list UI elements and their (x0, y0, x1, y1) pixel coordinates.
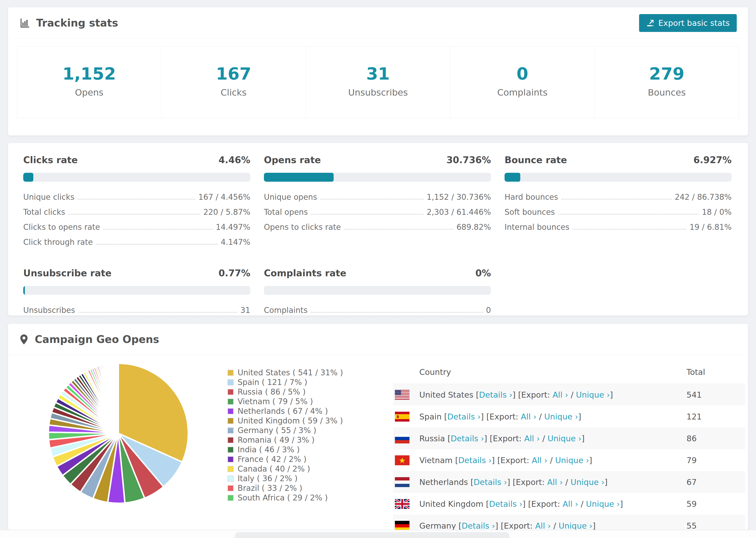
stat-label: Unsubscribes (306, 87, 450, 98)
export-all-link[interactable]: All › (563, 499, 578, 509)
legend-item: Russia ( 86 / 5% ) (228, 387, 382, 397)
dotted-leader (561, 199, 672, 199)
export-unique-link[interactable]: Unique › (548, 434, 581, 443)
details-link[interactable]: Details › (489, 499, 522, 509)
export-unique-link[interactable]: Unique › (576, 390, 610, 400)
legend-color-swatch (228, 476, 234, 482)
rates-grid: Clicks rate 4.46% Unique clicks 167 / 4.… (8, 143, 748, 315)
dotted-leader (558, 214, 698, 215)
legend-color-swatch (228, 495, 234, 501)
export-all-link[interactable]: All › (532, 456, 548, 465)
rate-title: Opens rate (264, 155, 321, 165)
export-all-link[interactable]: All › (547, 477, 563, 487)
geo-table-row: Netherlands [Details ›] [Export: All › /… (393, 471, 745, 493)
country-total: 79 (686, 456, 745, 465)
rate-title: Unsubscribe rate (23, 268, 112, 278)
legend-label: Germany ( 55 / 3% ) (238, 426, 316, 435)
rate-row-value: 1,152 / 30.736% (427, 192, 491, 202)
details-link[interactable]: Details › (458, 456, 492, 465)
legend-item: Italy ( 36 / 2% ) (228, 474, 382, 483)
rate-row-label: Internal bounces (505, 223, 569, 232)
export-unique-link[interactable]: Unique › (570, 477, 604, 487)
details-link[interactable]: Details › (473, 477, 507, 487)
legend-color-swatch (228, 456, 234, 462)
scroll-pill[interactable] (235, 532, 510, 538)
rate-stat-row: Total clicks 220 / 5.87% (23, 207, 250, 217)
rate-progress-fill (264, 173, 334, 182)
country-name: Spain (419, 412, 442, 421)
export-unique-link[interactable]: Unique › (559, 521, 592, 530)
rate-progress-fill (23, 173, 33, 182)
tracking-stats-title: Tracking stats (36, 17, 118, 29)
export-unique-link[interactable]: Unique › (586, 499, 620, 509)
legend-color-swatch (228, 466, 234, 472)
stat-value: 0 (450, 64, 594, 83)
legend-label: Russia ( 86 / 5% ) (238, 387, 306, 397)
legend-label: Romania ( 49 / 3% ) (238, 435, 315, 445)
campaign-geo-opens-card: Campaign Geo Opens United States ( 541 /… (8, 323, 748, 530)
details-link[interactable]: Details › (451, 434, 484, 443)
export-button-label: Export basic stats (658, 18, 730, 28)
geo-table-header: Country Total (393, 360, 745, 384)
country-flag-icon (395, 434, 409, 443)
column-header-country: Country (393, 367, 686, 377)
geo-title: Campaign Geo Opens (35, 333, 159, 345)
export-basic-stats-button[interactable]: Export basic stats (639, 14, 737, 32)
geo-pie-chart (47, 362, 190, 506)
rate-row-value: 14.497% (216, 223, 250, 232)
stat-box: 1,152 Opens (17, 46, 162, 118)
rate-row-label: Unique clicks (23, 192, 75, 202)
legend-label: Vietnam ( 79 / 5% ) (238, 397, 313, 406)
export-all-link[interactable]: All › (535, 521, 551, 530)
geo-pie-svg (47, 362, 190, 505)
rate-stat-row: Clicks to opens rate 14.497% (23, 223, 250, 232)
legend-item: Netherlands ( 67 / 4% ) (228, 406, 382, 416)
rate-progress-fill (23, 286, 25, 295)
rate-block: Bounce rate 6.927% Hard bounces 242 / 86… (505, 155, 731, 247)
rate-row-label: Clicks to opens rate (23, 223, 100, 232)
tracking-stats-header: Tracking stats Export basic stats (8, 7, 748, 39)
rate-row-label: Click through rate (23, 238, 93, 247)
country-name: United Kingdom (419, 499, 483, 509)
rate-row-label: Unsubscribes (23, 306, 75, 315)
rate-row-label: Hard bounces (505, 192, 558, 202)
rate-stat-row: Total opens 2,303 / 61.446% (264, 207, 491, 217)
country-flag-icon (395, 477, 409, 487)
export-all-link[interactable]: All › (521, 412, 536, 421)
rate-stat-row: Complaints 0 (264, 306, 491, 315)
legend-item: France ( 42 / 2% ) (228, 455, 382, 464)
rate-value: 30.736% (446, 155, 491, 165)
rate-title: Bounce rate (505, 155, 567, 165)
export-unique-link[interactable]: Unique › (544, 412, 578, 421)
stat-label: Bounces (595, 87, 739, 98)
rate-stat-row: Internal bounces 19 / 6.81% (505, 223, 731, 232)
export-all-link[interactable]: All › (553, 390, 568, 400)
export-all-link[interactable]: All › (524, 434, 540, 443)
dotted-leader (320, 199, 423, 199)
geo-table-row: Germany [Details ›] [Export: All › / Uni… (393, 515, 745, 530)
geo-title-wrap: Campaign Geo Opens (19, 333, 159, 345)
rate-row-label: Total opens (264, 207, 308, 217)
details-link[interactable]: Details › (447, 412, 481, 421)
stat-boxes-row: 1,152 Opens 167 Clicks 31 Unsubscribes 0… (17, 46, 739, 118)
export-unique-link[interactable]: Unique › (555, 456, 589, 465)
rate-progress-track (264, 173, 491, 182)
country-name: United States (419, 390, 473, 400)
rate-title: Clicks rate (23, 155, 78, 165)
rate-stat-row: Soft bounces 18 / 0% (505, 207, 731, 217)
legend-color-swatch (228, 399, 234, 405)
legend-label: Brazil ( 33 / 2% ) (238, 484, 302, 493)
geo-table-row: United States [Details ›] [Export: All ›… (393, 384, 745, 405)
geo-table-row: Russia [Details ›] [Export: All › / Uniq… (393, 427, 745, 449)
details-link[interactable]: Details › (479, 390, 512, 400)
geo-table-row: Vietnam [Details ›] [Export: All › / Uni… (393, 449, 745, 471)
country-cell: Vietnam [Details ›] [Export: All › / Uni… (393, 456, 686, 465)
stat-label: Opens (17, 87, 161, 98)
legend-item: Germany ( 55 / 3% ) (228, 426, 382, 435)
legend-label: Canada ( 40 / 2% ) (238, 464, 310, 473)
dotted-leader (573, 229, 686, 230)
legend-color-swatch (228, 408, 234, 414)
details-link[interactable]: Details › (461, 521, 495, 530)
dotted-leader (69, 214, 200, 215)
stat-label: Clicks (162, 87, 306, 98)
